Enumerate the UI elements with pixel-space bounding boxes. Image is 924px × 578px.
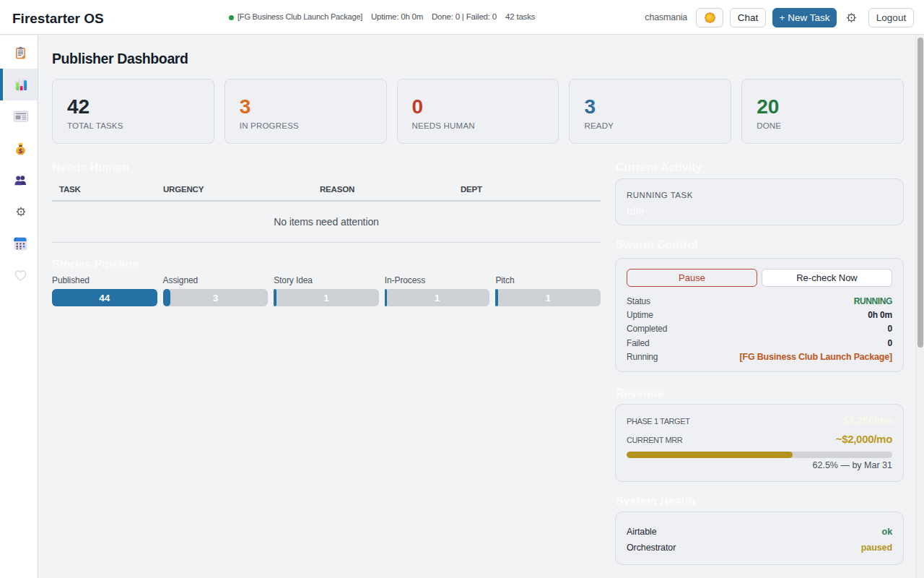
svg-text:$: $	[19, 147, 23, 155]
